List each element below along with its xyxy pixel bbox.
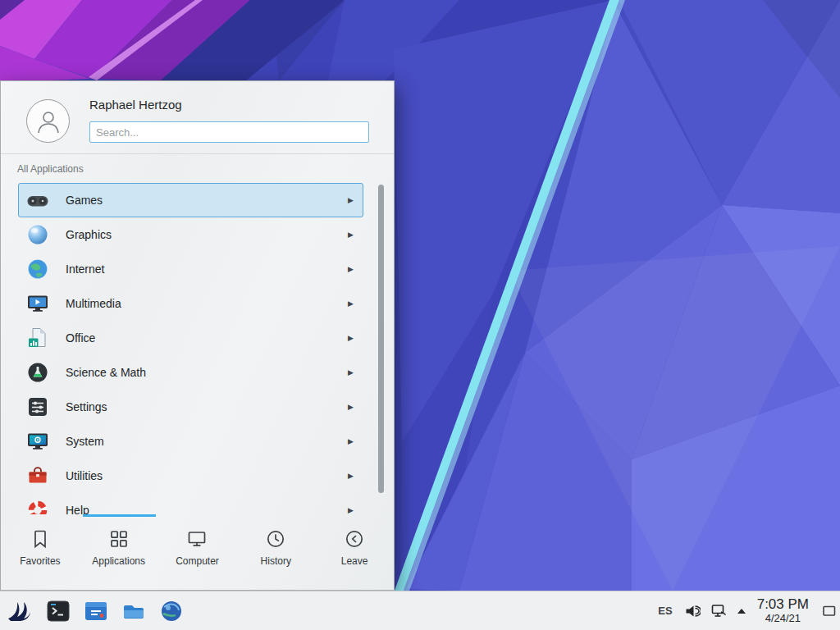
digital-clock[interactable]: 7:03 PM 4/24/21 [757, 596, 809, 624]
submenu-arrow-icon: ▶ [348, 472, 354, 480]
expand-arrow-icon[interactable] [737, 609, 746, 614]
settings-icon [26, 395, 49, 418]
category-internet[interactable]: Internet ▶ [18, 252, 363, 286]
category-label: Help [66, 504, 89, 514]
tab-label: Favorites [20, 555, 60, 567]
category-list: Games ▶ Graphics ▶ Internet ▶ [1, 183, 394, 514]
category-system[interactable]: System ▶ [18, 424, 363, 459]
active-tab-indicator [83, 514, 156, 517]
graphics-icon [26, 223, 49, 246]
network-icon[interactable] [711, 603, 727, 619]
category-help[interactable]: Help ▶ [18, 493, 363, 514]
web-browser-button[interactable] [159, 599, 184, 623]
application-launcher-menu: Raphael Hertzog All Applications Games ▶… [0, 80, 395, 591]
category-label: Games [66, 194, 103, 207]
utilities-icon [26, 464, 49, 487]
submenu-arrow-icon: ▶ [348, 265, 354, 273]
category-utilities[interactable]: Utilities ▶ [18, 459, 363, 493]
file-manager-button[interactable] [84, 599, 108, 623]
category-label: Utilities [66, 469, 103, 482]
history-icon [265, 528, 286, 550]
clock-time: 7:03 PM [757, 596, 809, 613]
user-name: Raphael Hertzog [89, 98, 182, 112]
tab-label: History [261, 555, 291, 567]
category-label: Multimedia [66, 297, 121, 310]
submenu-arrow-icon: ▶ [348, 299, 354, 308]
terminal-icon [47, 600, 70, 623]
help-icon [26, 499, 49, 514]
tab-label: Applications [92, 555, 145, 567]
submenu-arrow-icon: ▶ [348, 506, 354, 514]
science-icon [26, 361, 49, 384]
folder-icon [122, 600, 145, 623]
leave-icon [344, 528, 365, 550]
file-window-icon [84, 600, 107, 623]
category-office[interactable]: Office ▶ [18, 321, 363, 355]
games-icon [26, 189, 49, 212]
list-scrollbar[interactable] [378, 185, 384, 493]
tab-history[interactable]: History [236, 514, 315, 590]
taskbar: ES 7:03 PM 4/24/21 [0, 591, 840, 630]
computer-icon [186, 528, 208, 550]
tab-label: Leave [341, 555, 368, 567]
multimedia-icon [26, 292, 49, 315]
category-settings[interactable]: Settings ▶ [18, 390, 363, 424]
submenu-arrow-icon: ▶ [348, 403, 354, 411]
category-science-math[interactable]: Science & Math ▶ [18, 355, 363, 390]
category-label: Science & Math [66, 366, 146, 379]
web-browser-icon [160, 600, 183, 623]
applications-icon [108, 528, 130, 550]
user-icon [34, 107, 62, 135]
internet-icon [26, 258, 49, 281]
submenu-arrow-icon: ▶ [348, 368, 354, 377]
terminal-button[interactable] [46, 599, 71, 623]
section-label: All Applications [17, 163, 84, 175]
category-multimedia[interactable]: Multimedia ▶ [18, 286, 363, 321]
submenu-arrow-icon: ▶ [348, 334, 354, 342]
header-divider [1, 153, 394, 154]
category-label: Settings [66, 400, 107, 413]
keyboard-layout-indicator[interactable]: ES [658, 605, 672, 617]
launcher-tab-bar: Favorites Applications Computer History [1, 514, 394, 590]
submenu-arrow-icon: ▶ [348, 437, 354, 445]
tab-computer[interactable]: Computer [158, 514, 237, 590]
category-label: Office [66, 331, 95, 345]
kali-launcher-icon [6, 598, 32, 624]
category-label: Graphics [66, 228, 112, 241]
search-input[interactable] [89, 121, 369, 143]
clock-date: 4/24/21 [757, 613, 809, 625]
user-avatar[interactable] [26, 99, 70, 143]
submenu-arrow-icon: ▶ [348, 196, 354, 204]
show-desktop-icon [822, 605, 837, 618]
favorites-icon [30, 528, 51, 550]
category-label: Internet [66, 262, 104, 276]
tab-leave[interactable]: Leave [315, 514, 394, 590]
tab-favorites[interactable]: Favorites [1, 514, 80, 590]
submenu-arrow-icon: ▶ [348, 231, 354, 239]
application-launcher-button[interactable] [5, 597, 33, 625]
office-icon [26, 326, 49, 349]
system-tray: ES 7:03 PM 4/24/21 [658, 591, 840, 630]
category-games[interactable]: Games ▶ [18, 183, 363, 217]
category-label: System [66, 435, 104, 448]
category-graphics[interactable]: Graphics ▶ [18, 217, 363, 252]
tab-applications[interactable]: Applications [80, 514, 158, 590]
folder-button[interactable] [121, 599, 146, 623]
tab-label: Computer [176, 555, 219, 567]
system-icon [26, 430, 49, 453]
show-desktop-button[interactable] [819, 591, 840, 630]
volume-icon[interactable] [685, 603, 701, 619]
